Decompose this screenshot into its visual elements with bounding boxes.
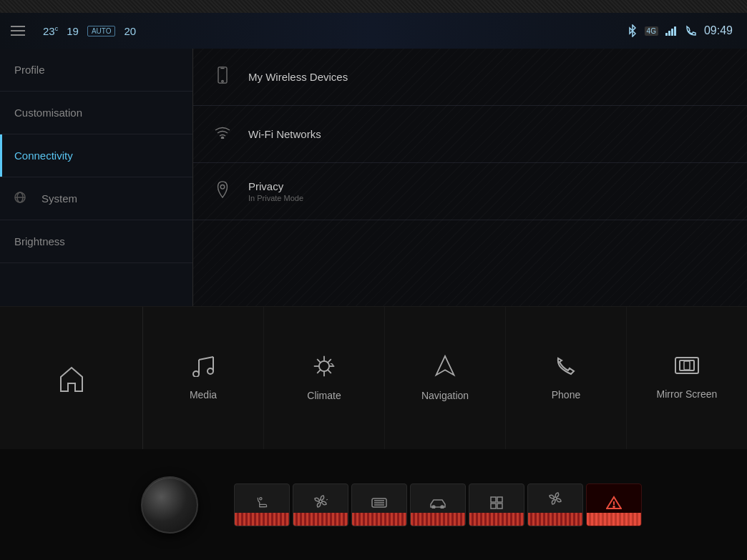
- nav-media[interactable]: Media: [143, 307, 264, 449]
- phys-btn-car[interactable]: [410, 483, 466, 526]
- knob-area: [105, 476, 234, 534]
- media-label: Media: [190, 389, 217, 401]
- bluetooth-icon: [628, 24, 638, 37]
- privacy-subtitle: In Private Mode: [248, 194, 303, 202]
- menu-privacy[interactable]: Privacy In Private Mode: [193, 163, 747, 220]
- defrost-icon: [371, 497, 387, 511]
- right-panel: My Wireless Devices Wi-Fi Networks: [193, 49, 747, 306]
- status-right: 4G 09:49: [628, 24, 733, 37]
- nav-mirror-screen[interactable]: Mirror Screen: [627, 307, 747, 449]
- signal-icon: [665, 26, 678, 36]
- mirror-icon: [674, 356, 700, 380]
- physical-controls: OFF: [0, 449, 747, 560]
- sidebar-label-brightness: Brightness: [14, 235, 65, 247]
- wifi-icon: [211, 126, 234, 142]
- home-button[interactable]: [0, 307, 143, 450]
- wifi-title: Wi-Fi Networks: [248, 128, 321, 140]
- hamburger-button[interactable]: [0, 13, 36, 49]
- svg-point-31: [260, 498, 262, 500]
- svg-rect-40: [497, 497, 502, 502]
- svg-rect-1: [668, 31, 670, 36]
- seat-icon: [254, 496, 270, 511]
- svg-rect-41: [491, 503, 496, 509]
- menu-wifi-networks[interactable]: Wi-Fi Networks: [193, 106, 747, 163]
- sidebar: Profile Customisation Connectivity: [0, 49, 193, 306]
- phys-btn-seat[interactable]: [234, 483, 290, 526]
- nav-phone[interactable]: Phone: [506, 307, 627, 449]
- svg-rect-28: [680, 360, 694, 370]
- music-icon: [190, 355, 216, 380]
- svg-rect-39: [491, 497, 496, 502]
- svg-rect-30: [684, 361, 690, 370]
- svg-point-38: [441, 506, 444, 509]
- sidebar-label-connectivity: Connectivity: [14, 149, 73, 162]
- grid-icon: [489, 496, 504, 512]
- lte-icon: 4G: [645, 26, 658, 36]
- climate-label: Climate: [307, 390, 341, 401]
- svg-rect-0: [665, 33, 668, 36]
- physical-buttons: OFF: [234, 483, 642, 526]
- phys-btn-hazard[interactable]: [586, 483, 642, 526]
- hazard-icon: [606, 496, 622, 512]
- svg-point-46: [613, 506, 615, 508]
- phys-btn-grid[interactable]: [469, 483, 524, 526]
- globe-icon: [14, 192, 36, 206]
- svg-line-22: [317, 359, 321, 363]
- hamburger-icon: [11, 26, 25, 36]
- sidebar-label-system: System: [42, 192, 77, 205]
- svg-point-9: [222, 80, 224, 82]
- svg-point-11: [220, 185, 225, 190]
- sidebar-item-system[interactable]: System: [0, 177, 192, 220]
- wireless-devices-text: My Wireless Devices: [248, 71, 348, 83]
- svg-point-43: [554, 497, 557, 500]
- svg-line-25: [317, 369, 321, 373]
- sidebar-label-profile: Profile: [14, 64, 45, 76]
- phys-btn-fan[interactable]: [293, 483, 348, 526]
- svg-marker-26: [436, 356, 454, 375]
- svg-point-10: [222, 137, 224, 139]
- fan-off-label: OFF: [550, 512, 561, 519]
- volume-knob[interactable]: [141, 476, 198, 534]
- main-content: Profile Customisation Connectivity: [0, 49, 747, 306]
- nav-navigation[interactable]: Navigation: [385, 307, 506, 449]
- main-screen: 23c 19 AUTO 20 4G 09:49: [0, 13, 747, 306]
- car-icon: [429, 497, 446, 511]
- phone-label: Phone: [552, 389, 580, 401]
- phys-btn-defrost[interactable]: [351, 483, 407, 526]
- clock: 09:49: [704, 24, 733, 37]
- auto-badge: AUTO: [87, 26, 116, 36]
- nav-buttons: Media Climate: [143, 307, 747, 449]
- nav-icon: [434, 355, 456, 381]
- home-icon: [57, 364, 86, 393]
- phys-btn-fan-off[interactable]: OFF: [527, 483, 583, 526]
- sidebar-item-brightness[interactable]: Brightness: [0, 220, 192, 263]
- temp-left: 23c: [43, 25, 58, 37]
- svg-point-13: [208, 368, 213, 374]
- svg-rect-42: [497, 503, 502, 509]
- nav-climate[interactable]: Climate: [264, 307, 385, 449]
- wifi-text: Wi-Fi Networks: [248, 128, 321, 140]
- svg-point-37: [432, 506, 435, 509]
- fan-off-icon: [548, 491, 562, 508]
- svg-point-12: [193, 371, 199, 377]
- privacy-text: Privacy In Private Mode: [248, 180, 303, 202]
- bottom-nav: Media Climate: [0, 306, 747, 449]
- sidebar-item-customisation[interactable]: Customisation: [0, 92, 192, 134]
- climate-icon: [311, 355, 337, 381]
- menu-wireless-devices[interactable]: My Wireless Devices: [193, 49, 747, 106]
- svg-point-32: [319, 500, 322, 503]
- phone-signal-icon: [685, 25, 697, 36]
- svg-line-16: [199, 357, 213, 360]
- fan-left: 19: [67, 25, 79, 37]
- wireless-devices-title: My Wireless Devices: [248, 71, 348, 83]
- privacy-title: Privacy: [248, 180, 303, 192]
- svg-line-23: [327, 369, 331, 373]
- svg-line-24: [327, 359, 331, 363]
- phone-nav-icon: [555, 355, 577, 380]
- sidebar-item-connectivity[interactable]: Connectivity: [0, 134, 192, 177]
- sidebar-item-profile[interactable]: Profile: [0, 49, 192, 92]
- navigation-label: Navigation: [421, 390, 469, 401]
- location-icon: [211, 181, 234, 202]
- phone-icon: [211, 67, 234, 87]
- sidebar-label-customisation: Customisation: [14, 107, 82, 119]
